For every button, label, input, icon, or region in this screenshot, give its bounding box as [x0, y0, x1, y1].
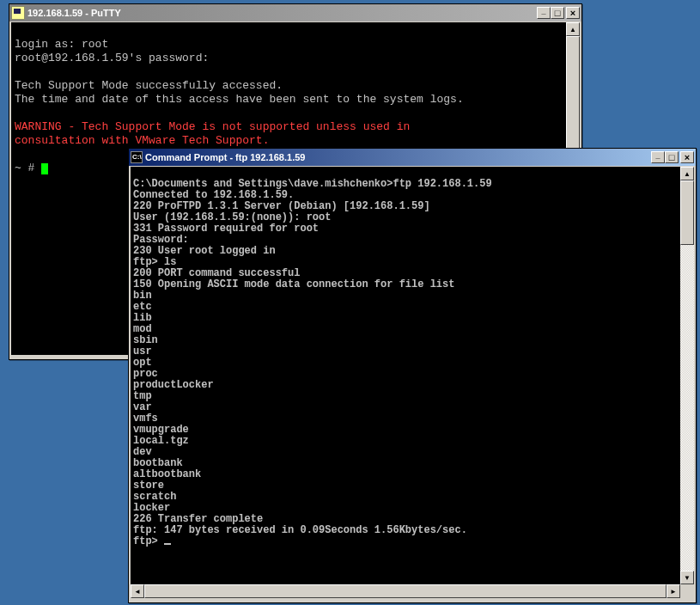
- cursor-icon: [164, 543, 171, 545]
- terminal-line: opt: [133, 357, 152, 369]
- terminal-line: 226 Transfer complete: [133, 513, 263, 525]
- terminal-line: mod: [133, 323, 152, 335]
- cmd-title-buttons: _ □ ×: [651, 151, 694, 163]
- terminal-line: altbootbank: [133, 468, 201, 480]
- putty-title: 192.168.1.59 - PuTTY: [27, 8, 537, 18]
- terminal-line: proc: [133, 368, 158, 380]
- cmd-titlebar[interactable]: C:\ Command Prompt - ftp 192.168.1.59 _ …: [129, 149, 696, 166]
- putty-title-buttons: _ □ ×: [537, 7, 580, 19]
- cursor-icon: [41, 163, 48, 174]
- scroll-thumb[interactable]: [144, 584, 667, 598]
- terminal-line: Password:: [133, 234, 189, 246]
- scroll-track[interactable]: [144, 584, 667, 598]
- terminal-line: login as: root: [15, 38, 108, 51]
- terminal-prompt: ~ #: [15, 162, 41, 174]
- terminal-line: 230 User root logged in: [133, 245, 276, 257]
- maximize-button[interactable]: □: [665, 151, 679, 163]
- terminal-line: tmp: [133, 390, 152, 402]
- terminal-line: User (192.168.1.59:(none)): root: [133, 211, 331, 223]
- terminal-line: 200 PORT command successful: [133, 267, 300, 279]
- scroll-track[interactable]: [680, 180, 694, 571]
- scroll-left-button[interactable]: ◄: [131, 584, 144, 598]
- terminal-line: productLocker: [133, 379, 214, 391]
- maximize-button[interactable]: □: [551, 7, 564, 19]
- terminal-line: local.tgz: [133, 435, 189, 447]
- scroll-down-button[interactable]: ▼: [680, 571, 694, 584]
- cmd-title: Command Prompt - ftp 192.168.1.59: [145, 152, 651, 162]
- terminal-line: dev: [133, 446, 152, 458]
- scroll-up-button[interactable]: ▲: [566, 22, 580, 36]
- terminal-line: var: [133, 401, 152, 413]
- putty-titlebar[interactable]: 192.168.1.59 - PuTTY _ □ ×: [9, 4, 581, 21]
- terminal-line: 331 Password required for root: [133, 223, 319, 235]
- cmd-vertical-scrollbar[interactable]: ▲ ▼: [680, 167, 694, 584]
- cmd-window: C:\ Command Prompt - ftp 192.168.1.59 _ …: [128, 148, 697, 603]
- terminal-line: The time and date of this access have be…: [15, 93, 464, 106]
- terminal-line: scratch: [133, 491, 176, 503]
- putty-icon: [11, 6, 25, 20]
- terminal-prompt: ftp>: [133, 535, 164, 547]
- terminal-warning-line: consultation with VMware Tech Support.: [15, 134, 269, 147]
- terminal-line: vmupgrade: [133, 424, 189, 436]
- terminal-line: ftp> ls: [133, 256, 176, 268]
- terminal-line: lib: [133, 312, 152, 324]
- terminal-line: etc: [133, 301, 152, 313]
- scroll-up-button[interactable]: ▲: [680, 167, 694, 180]
- scrollbar-corner: [680, 584, 694, 598]
- minimize-button[interactable]: _: [651, 151, 665, 163]
- close-button[interactable]: ×: [680, 151, 694, 163]
- cmd-icon: C:\: [131, 151, 143, 163]
- terminal-line: root@192.168.1.59's password:: [15, 52, 209, 64]
- terminal-line: bin: [133, 290, 152, 302]
- terminal-line: C:\Documents and Settings\dave.mishchenk…: [133, 178, 492, 190]
- terminal-line: 220 ProFTPD 1.3.1 Server (Debian) [192.1…: [133, 200, 430, 212]
- close-button[interactable]: ×: [566, 7, 580, 19]
- scroll-right-button[interactable]: ►: [667, 584, 680, 598]
- terminal-line: Tech Support Mode successfully accessed.: [15, 79, 283, 92]
- cmd-horizontal-scrollbar[interactable]: ◄ ►: [131, 584, 680, 598]
- terminal-line: 150 Opening ASCII mode data connection f…: [133, 278, 454, 290]
- cmd-terminal[interactable]: C:\Documents and Settings\dave.mishchenk…: [131, 167, 680, 584]
- terminal-line: sbin: [133, 334, 158, 346]
- terminal-line: ftp: 147 bytes received in 0.09Seconds 1…: [133, 524, 467, 536]
- terminal-line: usr: [133, 345, 152, 358]
- scroll-thumb[interactable]: [680, 180, 694, 245]
- terminal-line: store: [133, 480, 164, 492]
- minimize-button[interactable]: _: [537, 7, 551, 19]
- terminal-line: bootbank: [133, 457, 183, 469]
- terminal-warning-line: WARNING - Tech Support Mode is not suppo…: [15, 120, 410, 133]
- terminal-line: locker: [133, 502, 170, 514]
- terminal-line: Connected to 192.168.1.59.: [133, 189, 294, 201]
- terminal-line: vmfs: [133, 412, 158, 425]
